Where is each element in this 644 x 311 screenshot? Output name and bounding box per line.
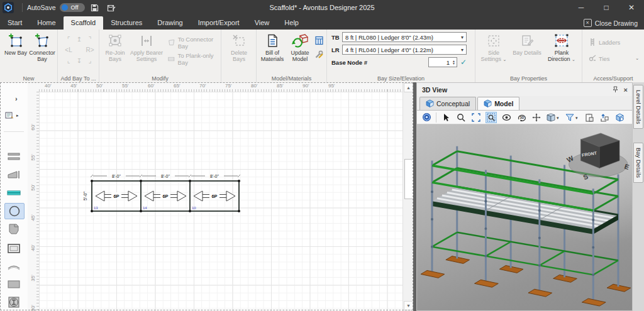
maximize-button[interactable]: □: [594, 0, 619, 15]
scroll-up-button[interactable]: ▲: [404, 83, 413, 92]
spinner-arrows-icon[interactable]: ▲▼: [451, 60, 457, 65]
add-bay-up-right-button[interactable]: ⌝: [85, 34, 95, 44]
scroll-down-button[interactable]: ▼: [404, 301, 413, 310]
tab-import-export[interactable]: Import/Export: [191, 16, 247, 30]
minimize-button[interactable]: ─: [569, 0, 594, 15]
ruler-label: 45': [30, 214, 36, 222]
bill-of-materials-icon: [265, 33, 280, 49]
add-bay-left-button[interactable]: <L: [64, 45, 74, 55]
tab-structures[interactable]: Structures: [103, 16, 150, 30]
palette-import-button[interactable]: ▸: [5, 111, 19, 120]
expand-palette-button[interactable]: ›: [15, 95, 18, 102]
rejoin-bays-button[interactable]: Re-Join Bays: [101, 33, 130, 62]
add-bay-center-button[interactable]: [74, 45, 84, 55]
tab-bay-details[interactable]: Bay Details: [633, 143, 643, 183]
ruler-label: 50': [30, 183, 36, 192]
update-model-button[interactable]: Update Model: [286, 33, 314, 62]
add-bay-up-left-button[interactable]: ⌜: [64, 34, 74, 44]
add-bay-right-button[interactable]: R>: [85, 45, 95, 55]
autosave-toggle[interactable]: Off: [60, 3, 85, 12]
model-tools-button[interactable]: [314, 50, 324, 59]
views-cube-icon[interactable]: ▾: [546, 112, 561, 123]
tool-column-section[interactable]: [4, 295, 23, 310]
tool-ramp-section[interactable]: [4, 167, 23, 182]
add-bay-up-button[interactable]: ↥: [74, 34, 84, 44]
render-settings-icon[interactable]: [614, 112, 625, 123]
tab-view[interactable]: View: [247, 16, 277, 30]
visual-style-icon[interactable]: ▾: [565, 112, 580, 123]
scaffold-plan[interactable]: 8'-0" 8'-0" 8'-0" 5'-0": [82, 172, 242, 217]
save-as-button[interactable]: [105, 2, 118, 13]
autosave-label: AutoSave: [27, 4, 56, 11]
tool-kerb-section[interactable]: [4, 222, 23, 237]
zoom-icon[interactable]: [455, 112, 467, 123]
bay-details-button[interactable]: Bay Details: [512, 33, 542, 56]
zoom-window-icon[interactable]: [486, 112, 497, 123]
select-cursor-icon[interactable]: [440, 112, 452, 123]
paste-icon[interactable]: [584, 112, 595, 123]
add-bay-down-left-button[interactable]: ⌞: [64, 55, 74, 65]
ladders-button[interactable]: Ladders: [589, 36, 620, 48]
to-connector-bay-button[interactable]: To Connector Bay: [167, 37, 221, 48]
apply-check-button[interactable]: ✓: [460, 58, 467, 67]
tool-plank-section[interactable]: [4, 185, 23, 200]
plank-direction-button[interactable]: Plank Direction ⌄: [545, 33, 579, 62]
tool-circle-section[interactable]: [4, 203, 25, 219]
add-bay-down-button[interactable]: ↧: [74, 55, 84, 65]
app-logo-icon[interactable]: [3, 2, 14, 13]
tb-dropdown[interactable]: 8 ft | RL080 | Ledger 8'0" (2.43m) ▾: [342, 32, 467, 42]
add-bay-direction-grid: ⌜↥⌝<LR>⌞↧⌟: [64, 34, 95, 65]
tool-arch-section[interactable]: [4, 259, 23, 274]
export-model-icon[interactable]: [599, 112, 610, 123]
tab-level-details[interactable]: Level Details: [633, 85, 643, 129]
apply-bearer-settings-button[interactable]: Apply Bearer Settings: [130, 33, 164, 62]
pin-icon[interactable]: [612, 86, 619, 93]
calculator-icon: [314, 36, 324, 45]
tab-help[interactable]: Help: [277, 16, 306, 30]
panel-close-icon[interactable]: ×: [624, 86, 628, 94]
tab-home[interactable]: Home: [30, 16, 63, 30]
to-plank-only-bay-button[interactable]: To Plank-only Bay: [167, 53, 221, 65]
base-node-spinner[interactable]: 1 ▲▼: [428, 57, 457, 67]
tab-scaffold[interactable]: Scaffold: [64, 16, 104, 30]
circle-section-icon: [8, 205, 21, 217]
save-button[interactable]: [89, 2, 101, 13]
ties-button[interactable]: Ties ⌄: [589, 53, 639, 64]
materials-calculator-button[interactable]: [314, 36, 324, 45]
chevron-down-icon: ⌄: [503, 57, 507, 62]
tab-model[interactable]: Model: [477, 97, 519, 110]
tool-frame-section[interactable]: [4, 241, 23, 256]
view-cube[interactable]: W S E FRONT: [565, 133, 630, 182]
group-label-bay-properties: Bay Properties: [475, 75, 582, 82]
orbit-eye-icon[interactable]: [501, 112, 512, 123]
plank-count-label: 6P: [113, 194, 119, 199]
ruler-label: 65': [174, 83, 180, 89]
close-drawing-button[interactable]: × Close Drawing: [577, 19, 644, 30]
beam-section-icon: [7, 152, 21, 161]
canvas-vertical-scrollbar[interactable]: ▲ ▼: [402, 82, 413, 311]
lr-dropdown[interactable]: 4 ft | RL040 | Ledger 4'0" (1.22m) ▾: [342, 45, 467, 55]
delete-bays-button[interactable]: Delete Bays: [225, 33, 253, 62]
zoom-extents-icon[interactable]: [470, 112, 482, 123]
tab-drawing[interactable]: Drawing: [150, 16, 190, 30]
ruler-label: 55': [122, 83, 128, 89]
tab-start[interactable]: Start: [0, 16, 30, 30]
connector-bay-button[interactable]: Connector Bay: [28, 33, 57, 62]
tool-slab-section[interactable]: [4, 276, 23, 292]
add-bay-down-right-button[interactable]: ⌟: [85, 55, 95, 65]
scrollbar-thumb[interactable]: [404, 159, 414, 199]
tab-conceptual[interactable]: Conceptual: [419, 97, 476, 110]
arch-section-icon: [7, 263, 21, 270]
bill-of-materials-button[interactable]: Bill of Materials: [258, 33, 287, 62]
tool-beam-section[interactable]: [4, 149, 23, 164]
close-button[interactable]: ✕: [619, 0, 644, 15]
pan-icon[interactable]: [531, 112, 542, 123]
new-bay-button[interactable]: New Bay: [1, 33, 30, 56]
ribbon-group-access-support: Ladders Ties ⌄ Access/Support: [582, 30, 644, 82]
plank-count-label: 6P: [162, 194, 168, 199]
viewport-3d[interactable]: W S E FRONT: [417, 124, 632, 310]
avontus-designer-window: AutoSave Off Scaffold* - Avontus Designe…: [0, 0, 644, 311]
orbit-3d-icon[interactable]: 3D: [516, 112, 527, 123]
side-settings-button[interactable]: Side Settings ⌄: [478, 33, 509, 62]
drawing-canvas[interactable]: 8'-0" 8'-0" 8'-0" 5'-0": [39, 92, 402, 311]
